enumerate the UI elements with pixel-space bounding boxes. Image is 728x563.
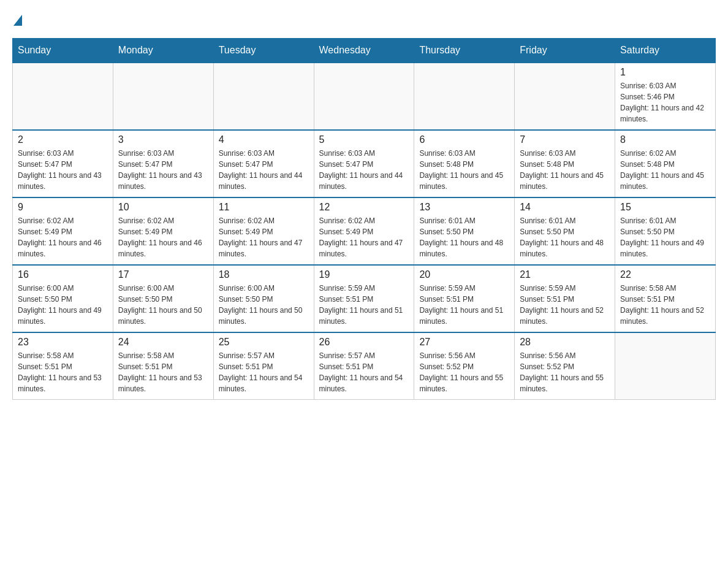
calendar-cell: 15Sunrise: 6:01 AMSunset: 5:50 PMDayligh… — [615, 197, 716, 265]
logo-text — [12, 12, 22, 28]
day-number: 28 — [520, 337, 610, 348]
day-header-monday: Monday — [113, 39, 213, 63]
day-info: Sunrise: 5:58 AMSunset: 5:51 PMDaylight:… — [18, 350, 108, 394]
calendar-cell: 24Sunrise: 5:58 AMSunset: 5:51 PMDayligh… — [113, 332, 213, 400]
day-info: Sunrise: 5:56 AMSunset: 5:52 PMDaylight:… — [419, 350, 509, 394]
day-number: 19 — [319, 269, 409, 280]
day-info: Sunrise: 5:57 AMSunset: 5:51 PMDaylight:… — [219, 350, 309, 394]
day-info: Sunrise: 6:03 AMSunset: 5:47 PMDaylight:… — [319, 148, 409, 192]
day-number: 11 — [219, 202, 309, 213]
day-number: 4 — [219, 134, 309, 145]
day-number: 16 — [18, 269, 108, 280]
calendar-cell — [515, 63, 615, 130]
calendar-week-row: 2Sunrise: 6:03 AMSunset: 5:47 PMDaylight… — [13, 130, 716, 197]
day-info: Sunrise: 6:03 AMSunset: 5:47 PMDaylight:… — [219, 148, 309, 192]
day-number: 1 — [620, 67, 710, 78]
day-number: 12 — [319, 202, 409, 213]
calendar-week-row: 9Sunrise: 6:02 AMSunset: 5:49 PMDaylight… — [13, 197, 716, 265]
calendar-cell: 22Sunrise: 5:58 AMSunset: 5:51 PMDayligh… — [615, 265, 716, 332]
calendar-week-row: 1Sunrise: 6:03 AMSunset: 5:46 PMDaylight… — [13, 63, 716, 130]
day-info: Sunrise: 5:58 AMSunset: 5:51 PMDaylight:… — [620, 283, 710, 327]
calendar-cell: 13Sunrise: 6:01 AMSunset: 5:50 PMDayligh… — [414, 197, 515, 265]
day-header-thursday: Thursday — [414, 39, 515, 63]
day-info: Sunrise: 6:03 AMSunset: 5:47 PMDaylight:… — [18, 148, 108, 192]
day-info: Sunrise: 6:03 AMSunset: 5:48 PMDaylight:… — [419, 148, 509, 192]
day-info: Sunrise: 5:59 AMSunset: 5:51 PMDaylight:… — [319, 283, 409, 327]
calendar-cell: 27Sunrise: 5:56 AMSunset: 5:52 PMDayligh… — [414, 332, 515, 400]
day-number: 6 — [419, 134, 509, 145]
day-number: 20 — [419, 269, 509, 280]
day-number: 3 — [118, 134, 208, 145]
calendar-cell: 5Sunrise: 6:03 AMSunset: 5:47 PMDaylight… — [314, 130, 414, 197]
calendar-cell: 9Sunrise: 6:02 AMSunset: 5:49 PMDaylight… — [13, 197, 113, 265]
calendar-week-row: 23Sunrise: 5:58 AMSunset: 5:51 PMDayligh… — [13, 332, 716, 400]
day-number: 14 — [520, 202, 610, 213]
calendar-cell: 28Sunrise: 5:56 AMSunset: 5:52 PMDayligh… — [515, 332, 615, 400]
day-info: Sunrise: 6:00 AMSunset: 5:50 PMDaylight:… — [18, 283, 108, 327]
day-info: Sunrise: 6:01 AMSunset: 5:50 PMDaylight:… — [520, 215, 610, 259]
calendar-cell: 19Sunrise: 5:59 AMSunset: 5:51 PMDayligh… — [314, 265, 414, 332]
calendar-cell — [414, 63, 515, 130]
day-info: Sunrise: 6:02 AMSunset: 5:48 PMDaylight:… — [620, 148, 710, 192]
calendar-cell: 20Sunrise: 5:59 AMSunset: 5:51 PMDayligh… — [414, 265, 515, 332]
calendar-cell: 7Sunrise: 6:03 AMSunset: 5:48 PMDaylight… — [515, 130, 615, 197]
calendar-week-row: 16Sunrise: 6:00 AMSunset: 5:50 PMDayligh… — [13, 265, 716, 332]
calendar-cell — [13, 63, 113, 130]
day-number: 8 — [620, 134, 710, 145]
day-number: 15 — [620, 202, 710, 213]
day-info: Sunrise: 6:02 AMSunset: 5:49 PMDaylight:… — [219, 215, 309, 259]
day-number: 26 — [319, 337, 409, 348]
calendar-cell: 14Sunrise: 6:01 AMSunset: 5:50 PMDayligh… — [515, 197, 615, 265]
day-info: Sunrise: 5:59 AMSunset: 5:51 PMDaylight:… — [419, 283, 509, 327]
day-info: Sunrise: 6:02 AMSunset: 5:49 PMDaylight:… — [118, 215, 208, 259]
calendar-cell: 3Sunrise: 6:03 AMSunset: 5:47 PMDaylight… — [113, 130, 213, 197]
calendar-cell: 26Sunrise: 5:57 AMSunset: 5:51 PMDayligh… — [314, 332, 414, 400]
calendar-cell: 16Sunrise: 6:00 AMSunset: 5:50 PMDayligh… — [13, 265, 113, 332]
calendar-cell: 23Sunrise: 5:58 AMSunset: 5:51 PMDayligh… — [13, 332, 113, 400]
day-number: 18 — [219, 269, 309, 280]
calendar-cell — [213, 63, 314, 130]
day-info: Sunrise: 5:59 AMSunset: 5:51 PMDaylight:… — [520, 283, 610, 327]
calendar-cell: 25Sunrise: 5:57 AMSunset: 5:51 PMDayligh… — [213, 332, 314, 400]
day-number: 17 — [118, 269, 208, 280]
page-header — [12, 12, 716, 28]
day-header-wednesday: Wednesday — [314, 39, 414, 63]
calendar-cell: 17Sunrise: 6:00 AMSunset: 5:50 PMDayligh… — [113, 265, 213, 332]
calendar-cell: 11Sunrise: 6:02 AMSunset: 5:49 PMDayligh… — [213, 197, 314, 265]
day-info: Sunrise: 5:57 AMSunset: 5:51 PMDaylight:… — [319, 350, 409, 394]
calendar-cell: 10Sunrise: 6:02 AMSunset: 5:49 PMDayligh… — [113, 197, 213, 265]
day-number: 21 — [520, 269, 610, 280]
day-info: Sunrise: 6:00 AMSunset: 5:50 PMDaylight:… — [118, 283, 208, 327]
day-info: Sunrise: 6:03 AMSunset: 5:47 PMDaylight:… — [118, 148, 208, 192]
day-number: 25 — [219, 337, 309, 348]
calendar-cell — [615, 332, 716, 400]
calendar-table: SundayMondayTuesdayWednesdayThursdayFrid… — [12, 38, 716, 400]
day-info: Sunrise: 5:58 AMSunset: 5:51 PMDaylight:… — [118, 350, 208, 394]
day-number: 5 — [319, 134, 409, 145]
day-number: 7 — [520, 134, 610, 145]
day-number: 10 — [118, 202, 208, 213]
calendar-cell: 21Sunrise: 5:59 AMSunset: 5:51 PMDayligh… — [515, 265, 615, 332]
day-number: 27 — [419, 337, 509, 348]
day-info: Sunrise: 6:01 AMSunset: 5:50 PMDaylight:… — [419, 215, 509, 259]
day-number: 13 — [419, 202, 509, 213]
calendar-cell: 2Sunrise: 6:03 AMSunset: 5:47 PMDaylight… — [13, 130, 113, 197]
calendar-cell — [314, 63, 414, 130]
day-info: Sunrise: 6:01 AMSunset: 5:50 PMDaylight:… — [620, 215, 710, 259]
logo-triangle-icon — [13, 15, 22, 26]
day-info: Sunrise: 6:03 AMSunset: 5:48 PMDaylight:… — [520, 148, 610, 192]
day-info: Sunrise: 6:02 AMSunset: 5:49 PMDaylight:… — [319, 215, 409, 259]
calendar-cell: 4Sunrise: 6:03 AMSunset: 5:47 PMDaylight… — [213, 130, 314, 197]
day-number: 9 — [18, 202, 108, 213]
day-header-friday: Friday — [515, 39, 615, 63]
day-header-tuesday: Tuesday — [213, 39, 314, 63]
calendar-cell: 6Sunrise: 6:03 AMSunset: 5:48 PMDaylight… — [414, 130, 515, 197]
day-number: 23 — [18, 337, 108, 348]
calendar-cell: 1Sunrise: 6:03 AMSunset: 5:46 PMDaylight… — [615, 63, 716, 130]
logo — [12, 12, 22, 28]
day-header-sunday: Sunday — [13, 39, 113, 63]
calendar-cell — [113, 63, 213, 130]
day-info: Sunrise: 6:00 AMSunset: 5:50 PMDaylight:… — [219, 283, 309, 327]
day-number: 2 — [18, 134, 108, 145]
calendar-cell: 18Sunrise: 6:00 AMSunset: 5:50 PMDayligh… — [213, 265, 314, 332]
